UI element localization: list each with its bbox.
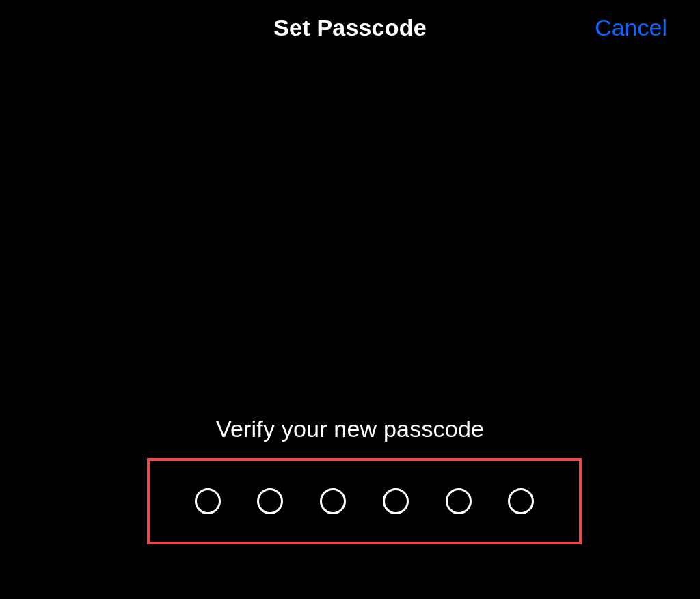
passcode-prompt: Verify your new passcode [0,416,700,442]
passcode-dot-3 [320,488,346,514]
header-bar: Set Passcode Cancel [0,0,700,55]
passcode-dot-2 [257,488,283,514]
passcode-dot-4 [383,488,409,514]
cancel-button[interactable]: Cancel [595,14,667,41]
passcode-dot-6 [508,488,534,514]
passcode-dot-5 [446,488,472,514]
page-title: Set Passcode [273,14,427,41]
passcode-input[interactable] [147,458,582,544]
passcode-dot-1 [195,488,221,514]
